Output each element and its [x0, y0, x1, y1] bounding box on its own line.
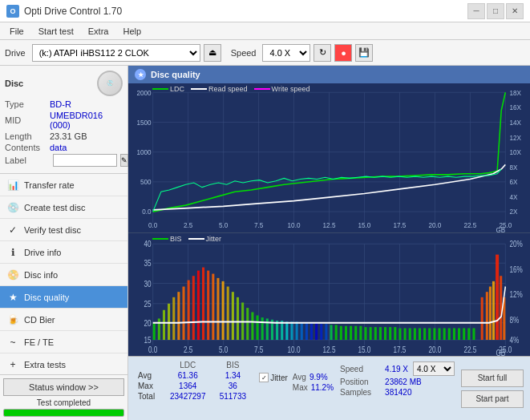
svg-rect-136 — [409, 328, 411, 340]
ldc-legend-label: LDC — [170, 85, 184, 93]
svg-text:15.0: 15.0 — [358, 345, 371, 354]
sidebar-item-verify-test-disc[interactable]: ✓ Verify test disc — [0, 219, 127, 241]
close-button[interactable]: ✕ — [506, 3, 524, 19]
svg-rect-86 — [163, 310, 165, 340]
svg-text:5.0: 5.0 — [219, 345, 228, 354]
maximize-button[interactable]: □ — [487, 3, 504, 19]
ldc-col-header: LDC — [163, 360, 213, 370]
stats-avg-row: Avg 61.36 1.34 — [135, 370, 253, 381]
svg-rect-111 — [285, 321, 288, 340]
svg-rect-143 — [443, 328, 446, 340]
cd-bier-icon: 🍺 — [6, 313, 19, 326]
jitter-legend-label: Jitter — [206, 235, 222, 243]
disc-label-edit-button[interactable]: ✎ — [120, 154, 128, 167]
sidebar-item-cd-bier[interactable]: 🍺 CD Bier — [0, 309, 127, 331]
svg-text:12%: 12% — [509, 289, 523, 299]
top-chart: LDC Read speed Write speed — [128, 83, 530, 233]
svg-rect-149 — [472, 328, 475, 340]
svg-text:4%: 4% — [509, 335, 519, 345]
fe-te-icon: ~ — [6, 336, 19, 349]
jitter-label: Jitter — [270, 374, 288, 382]
svg-rect-130 — [379, 327, 382, 340]
verify-test-disc-icon: ✓ — [6, 224, 19, 236]
svg-text:500: 500 — [140, 178, 152, 186]
speed-select-stats[interactable]: 4.0 X — [413, 361, 455, 376]
svg-rect-103 — [246, 308, 249, 340]
svg-text:12X: 12X — [509, 134, 521, 142]
svg-text:12.5: 12.5 — [323, 345, 336, 354]
eject-button[interactable]: ⏏ — [204, 44, 221, 62]
window-controls: ─ □ ✕ — [467, 3, 524, 19]
total-ldc-value: 23427297 — [163, 391, 213, 402]
svg-rect-131 — [384, 327, 386, 340]
samples-value: 381420 — [385, 388, 411, 397]
svg-text:2X: 2X — [509, 208, 517, 216]
disc-label-input[interactable] — [53, 154, 117, 167]
max-bis-value: 36 — [213, 381, 253, 391]
svg-text:22.5: 22.5 — [463, 345, 476, 354]
svg-rect-150 — [481, 297, 483, 340]
svg-text:GB: GB — [496, 226, 506, 232]
menu-extra[interactable]: Extra — [82, 25, 115, 38]
menu-file[interactable]: File — [3, 25, 30, 38]
content-area: ★ Disc quality LDC Read speed — [128, 66, 530, 420]
drive-select[interactable]: (k:) ATAPI iHBS112 2 CLOK — [32, 44, 200, 62]
write-speed-legend-color — [254, 88, 270, 90]
svg-text:16%: 16% — [509, 265, 523, 274]
speed-section: Speed 4.19 X 4.0 X Position 23862 MB Sam… — [340, 360, 455, 417]
quality-title: Disc quality — [151, 70, 200, 79]
sidebar-item-transfer-rate[interactable]: 📊 Transfer rate — [0, 174, 127, 196]
sidebar-item-disc-quality[interactable]: ★ Disc quality — [0, 286, 127, 309]
sidebar-item-fe-te[interactable]: ~ FE / TE — [0, 331, 127, 353]
disc-contents-label: Contents — [5, 143, 50, 152]
svg-rect-123 — [345, 326, 347, 340]
sidebar-item-extra-tests[interactable]: + Extra tests — [0, 353, 127, 374]
jitter-avg-value: 9.9% — [310, 373, 328, 382]
start-part-button[interactable]: Start part — [461, 390, 524, 408]
svg-text:17.5: 17.5 — [393, 345, 406, 354]
speed-select[interactable]: 4.0 X — [262, 44, 310, 62]
jitter-avg-row: Avg 9.9% — [293, 373, 334, 382]
sidebar-item-disc-info[interactable]: 📀 Disc info — [0, 264, 127, 286]
jitter-checkbox-group: ✓ Jitter — [259, 373, 288, 382]
minimize-button[interactable]: ─ — [467, 3, 485, 19]
toolbar: Drive (k:) ATAPI iHBS112 2 CLOK ⏏ Speed … — [0, 40, 530, 66]
cd-bier-label: CD Bier — [24, 315, 55, 325]
record-button[interactable]: ● — [334, 44, 352, 62]
quality-icon: ★ — [135, 69, 146, 80]
disc-graphic: 💿 — [97, 71, 123, 96]
svg-text:7.5: 7.5 — [254, 221, 264, 229]
quality-header: ★ Disc quality — [128, 66, 530, 83]
total-bis-value: 511733 — [213, 391, 253, 402]
svg-rect-112 — [290, 321, 293, 340]
svg-rect-125 — [354, 326, 357, 340]
svg-rect-145 — [453, 328, 455, 340]
create-test-disc-label: Create test disc — [24, 203, 85, 212]
menu-help[interactable]: Help — [116, 25, 148, 38]
svg-text:0.0: 0.0 — [148, 221, 158, 229]
jitter-checkbox[interactable]: ✓ — [259, 373, 269, 382]
disc-length-row: Length 23.31 GB — [5, 131, 123, 141]
svg-text:12.5: 12.5 — [323, 221, 336, 229]
refresh-button[interactable]: ↻ — [314, 44, 331, 62]
svg-text:8X: 8X — [509, 164, 517, 172]
status-area: Status window >> Test completed — [0, 374, 127, 420]
svg-rect-94 — [202, 268, 204, 340]
svg-rect-155 — [500, 276, 502, 340]
sidebar-item-create-test-disc[interactable]: 💿 Create test disc — [0, 196, 127, 219]
svg-rect-127 — [364, 327, 366, 340]
jitter-section: ✓ Jitter Avg 9.9% Max 11.2% — [259, 360, 334, 417]
svg-rect-153 — [492, 281, 495, 340]
svg-text:30: 30 — [144, 278, 152, 288]
svg-rect-151 — [486, 292, 488, 340]
disc-label-label: Label — [5, 155, 50, 165]
start-full-button[interactable]: Start full — [461, 370, 524, 387]
jitter-max-label: Max — [293, 383, 308, 392]
speed-label: Speed — [231, 48, 257, 58]
jitter-avg-label: Avg — [293, 373, 306, 382]
svg-text:6X: 6X — [509, 178, 517, 186]
sidebar-item-drive-info[interactable]: ℹ Drive info — [0, 241, 127, 264]
menu-start-test[interactable]: Start test — [32, 25, 80, 38]
save-button[interactable]: 💾 — [355, 44, 373, 62]
status-window-button[interactable]: Status window >> — [3, 378, 124, 396]
